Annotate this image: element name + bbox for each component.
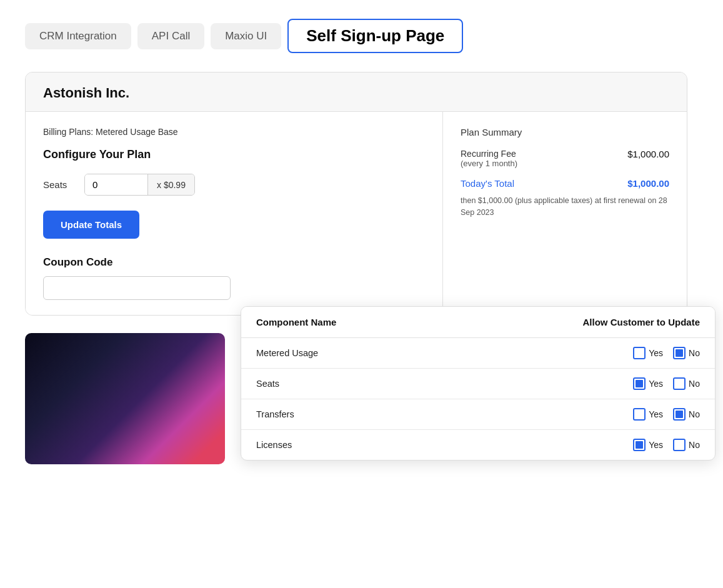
yes-label: Yes: [649, 440, 663, 450]
no-label: No: [689, 379, 700, 389]
todays-total-row: Today's Total $1,000.00: [461, 178, 669, 189]
todays-total-amount: $1,000.00: [627, 178, 669, 189]
tab-maxio[interactable]: Maxio UI: [211, 23, 281, 49]
table-row: LicensesYesNo: [241, 430, 715, 461]
component-name-cell: Metered Usage: [241, 338, 444, 369]
yes-checkbox[interactable]: [633, 408, 646, 421]
tab-crm[interactable]: CRM Integration: [25, 23, 131, 49]
yes-checkbox-item[interactable]: Yes: [633, 347, 663, 359]
checkbox-group: YesNo: [459, 377, 700, 390]
tab-self-signup[interactable]: Self Sign-up Page: [287, 19, 463, 53]
gradient-image: [25, 333, 225, 464]
no-label: No: [689, 440, 700, 450]
allow-update-cell: YesNo: [444, 399, 715, 430]
table-row: TransfersYesNo: [241, 399, 715, 430]
table-row: SeatsYesNo: [241, 369, 715, 399]
component-table: Component Name Allow Customer to Update …: [241, 307, 715, 460]
configure-title: Configure Your Plan: [43, 148, 425, 161]
recurring-fee-row: Recurring Fee (every 1 month) $1,000.00: [461, 149, 669, 168]
no-label: No: [689, 348, 700, 358]
yes-label: Yes: [649, 379, 663, 389]
yes-label: Yes: [649, 348, 663, 358]
yes-checkbox[interactable]: [633, 439, 646, 451]
yes-checkbox-item[interactable]: Yes: [633, 408, 663, 421]
seats-label: Seats: [43, 179, 74, 190]
billing-plans-label: Billing Plans: Metered Usage Base: [43, 127, 425, 137]
yes-checkbox-item[interactable]: Yes: [633, 377, 663, 390]
seats-input[interactable]: [85, 174, 147, 195]
tab-api[interactable]: API Call: [137, 23, 204, 49]
tabs-row: CRM Integration API Call Maxio UI Self S…: [25, 19, 698, 53]
coupon-label: Coupon Code: [43, 256, 425, 269]
yes-checkbox-item[interactable]: Yes: [633, 439, 663, 451]
no-checkbox[interactable]: [673, 408, 686, 421]
allow-update-cell: YesNo: [444, 369, 715, 399]
checkbox-group: YesNo: [459, 347, 700, 359]
seats-input-group: x $0.99: [84, 174, 195, 196]
plan-summary-title: Plan Summary: [461, 127, 669, 137]
left-panel: Billing Plans: Metered Usage Base Config…: [26, 112, 443, 315]
no-checkbox[interactable]: [673, 377, 686, 390]
table-row: Metered UsageYesNo: [241, 338, 715, 369]
yes-checkbox[interactable]: [633, 347, 646, 359]
no-checkbox[interactable]: [673, 439, 686, 451]
no-label: No: [689, 409, 700, 419]
card-body: Billing Plans: Metered Usage Base Config…: [26, 112, 687, 315]
component-name-cell: Seats: [241, 369, 444, 399]
no-checkbox-item[interactable]: No: [673, 439, 700, 451]
no-checkbox-item[interactable]: No: [673, 408, 700, 421]
col-component-name: Component Name: [241, 307, 444, 338]
company-name: Astonish Inc.: [43, 85, 129, 101]
recurring-fee-label: Recurring Fee (every 1 month): [461, 149, 517, 168]
component-popup: Component Name Allow Customer to Update …: [241, 306, 716, 461]
no-checkbox-item[interactable]: No: [673, 347, 700, 359]
allow-update-cell: YesNo: [444, 430, 715, 461]
checkbox-group: YesNo: [459, 439, 700, 451]
col-allow-update: Allow Customer to Update: [444, 307, 715, 338]
yes-label: Yes: [649, 409, 663, 419]
allow-update-cell: YesNo: [444, 338, 715, 369]
component-name-cell: Transfers: [241, 399, 444, 430]
todays-total-label: Today's Total: [461, 178, 514, 189]
seats-multiplier: x $0.99: [147, 174, 194, 195]
coupon-input[interactable]: [43, 276, 231, 300]
no-checkbox-item[interactable]: No: [673, 377, 700, 390]
main-card: Astonish Inc. Billing Plans: Metered Usa…: [25, 72, 687, 316]
component-name-cell: Licenses: [241, 430, 444, 461]
update-totals-button[interactable]: Update Totals: [43, 211, 139, 239]
no-checkbox[interactable]: [673, 347, 686, 359]
right-panel: Plan Summary Recurring Fee (every 1 mont…: [443, 112, 687, 315]
checkbox-group: YesNo: [459, 408, 700, 421]
seats-row: Seats x $0.99: [43, 174, 425, 196]
renewal-note: then $1,000.00 (plus applicable taxes) a…: [461, 195, 669, 219]
card-header: Astonish Inc.: [26, 72, 687, 112]
yes-checkbox[interactable]: [633, 377, 646, 390]
recurring-fee-amount: $1,000.00: [627, 149, 669, 159]
